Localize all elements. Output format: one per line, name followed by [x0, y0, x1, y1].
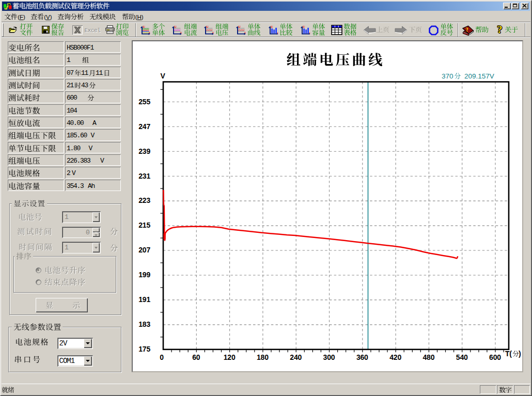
svg-text:U: U	[143, 25, 145, 28]
svg-text:U: U	[270, 25, 273, 28]
svg-text:t: t	[244, 30, 246, 34]
svg-text:U: U	[303, 25, 305, 28]
svg-text:t: t	[212, 30, 214, 34]
svg-text:U: U	[238, 25, 241, 28]
svg-text:t: t	[149, 30, 150, 34]
svg-text:U: U	[206, 25, 209, 28]
svg-text:U: U	[174, 25, 177, 28]
svg-text:t: t	[181, 30, 182, 34]
